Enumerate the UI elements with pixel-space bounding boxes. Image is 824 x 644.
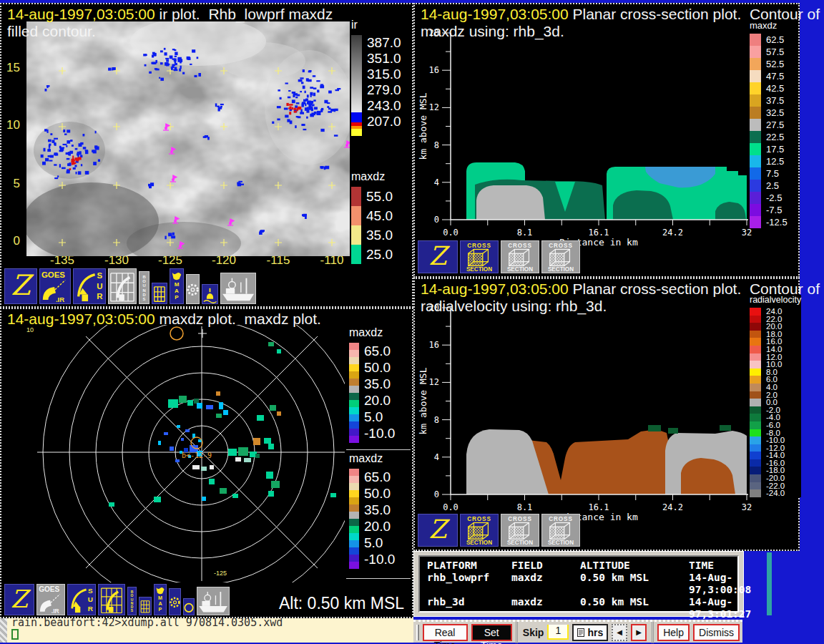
buoy-button[interactable] xyxy=(202,284,218,304)
goes-ir-button[interactable]: GOES.IR xyxy=(36,584,65,615)
svg-text:MAP: MAP xyxy=(158,595,162,613)
terminal-cursor xyxy=(11,629,19,640)
colorbar-values: 387.0351.0315.0279.0243.0207.0 xyxy=(367,35,401,136)
status-cell: rhb_lowprf xyxy=(427,572,511,596)
rings-button[interactable] xyxy=(169,588,181,615)
colorbar-values: 65.050.035.020.05.0-10.0 xyxy=(364,469,395,569)
terminal-scrollbar[interactable] xyxy=(0,618,7,643)
step-back-button[interactable]: ◀ xyxy=(612,624,627,641)
cross-section-plot[interactable]: 0481216200.08.116.124.232Distance in kmk… xyxy=(415,279,801,526)
real-time-button[interactable]: Real Time xyxy=(423,624,468,641)
cross-section-button-1[interactable]: CROSSSECTION xyxy=(460,514,499,547)
colorbar-swatches xyxy=(750,308,761,497)
svg-text:32: 32 xyxy=(742,228,752,238)
colorbar-maxdz: maxdz62.557.552.547.542.537.532.527.522.… xyxy=(748,20,788,228)
status-header: TIME xyxy=(689,560,751,572)
svg-text:SECTION: SECTION xyxy=(548,266,574,273)
status-window-inner: PLATFORMFIELDALTITUDETIMErhb_lowprfmaxdz… xyxy=(418,555,739,613)
title-text-2: radialvelocity using: rhb_3d. xyxy=(421,298,607,315)
svg-text:CROSS: CROSS xyxy=(508,516,532,522)
svg-text:.IR: .IR xyxy=(52,608,59,615)
svg-text:4: 4 xyxy=(434,177,439,187)
timestamp: 14-aug-1997,03:05:00 xyxy=(7,311,155,327)
svg-text:12: 12 xyxy=(429,377,439,387)
right-arrow-icon: ▶ xyxy=(636,628,642,636)
title-text-2: filled contour. xyxy=(7,23,96,40)
svg-text:SUR: SUR xyxy=(88,587,93,613)
svg-text:12: 12 xyxy=(429,102,439,112)
grid-button[interactable] xyxy=(139,597,152,615)
colorbar-maxdz: maxdz55.045.035.025.0 xyxy=(350,170,393,264)
set-time-button[interactable]: Set Time xyxy=(471,624,512,641)
svg-text:16: 16 xyxy=(429,65,439,75)
svg-text:8.1: 8.1 xyxy=(517,228,533,238)
bounds-button[interactable]: BOUNDS xyxy=(127,587,137,615)
terminal-command-line: rain.beaufort:42>xdump.all 970814.0305.x… xyxy=(11,618,413,629)
ship-button[interactable] xyxy=(197,587,230,615)
radar-grid-button[interactable] xyxy=(98,584,125,615)
colorbar-values: 24.022.020.018.016.014.012.010.08.06.04.… xyxy=(766,308,785,497)
svg-text:8: 8 xyxy=(434,140,439,150)
svg-text:0: 0 xyxy=(434,489,439,499)
zeb-logo-button[interactable]: Z xyxy=(418,514,458,547)
cross-section-button-2[interactable]: CROSSSECTION xyxy=(501,240,539,273)
divider xyxy=(346,449,411,450)
panel-title: 14-aug-1997,03:05:00 ir plot. Rhb_lowprf… xyxy=(7,6,333,23)
svg-text:SECTION: SECTION xyxy=(507,266,533,273)
svg-text:CROSS: CROSS xyxy=(549,516,573,522)
radar-sur-button[interactable]: SUR xyxy=(73,268,106,304)
colorbar-ir: ir387.0351.0315.0279.0243.0207.0 xyxy=(350,19,401,136)
map-button[interactable]: MAP xyxy=(154,584,167,615)
radar-grid-button[interactable] xyxy=(108,268,137,304)
plot-toolbar: ZGOES.IRSURBOUNDSMAP xyxy=(4,584,230,615)
zeb-display-screen: 14-aug-1997,03:05:00 ir plot. Rhb_lowprf… xyxy=(0,0,824,644)
window-edge-strip xyxy=(767,552,772,615)
ppi-plot[interactable]: b<-12-910-125 xyxy=(5,325,345,582)
status-window: PLATFORMFIELDALTITUDETIMErhb_lowprfmaxdz… xyxy=(413,551,744,617)
zeb-logo-button[interactable]: Z xyxy=(4,584,34,615)
hrs-button[interactable]: hrs xyxy=(572,624,608,641)
step-forward-button[interactable]: ▶ xyxy=(631,624,647,641)
cross-section-toolbar: ZCROSSSECTIONCROSSSECTIONCROSSSECTION xyxy=(418,514,580,547)
ship-button[interactable] xyxy=(220,273,256,304)
divider xyxy=(346,578,411,579)
map-button[interactable]: MAP xyxy=(170,268,184,304)
zeb-logo-button[interactable]: Z xyxy=(418,240,458,273)
cross-section-button-1[interactable]: CROSSSECTION xyxy=(460,240,499,273)
colorbar-title: maxdz xyxy=(351,170,393,183)
radar-ppi-panel: 14-aug-1997,03:05:00 maxdz plot. maxdz p… xyxy=(0,308,413,618)
svg-text:Z: Z xyxy=(11,585,31,613)
svg-text:CROSS: CROSS xyxy=(549,243,573,249)
circle-button[interactable] xyxy=(183,598,195,615)
colorbar-swatches xyxy=(349,469,359,569)
colorbar-values: 65.050.035.020.05.0-10.0 xyxy=(364,343,395,443)
dismiss-button[interactable]: Dismiss xyxy=(693,624,740,641)
status-cell: 14-Aug-97,3:00:08 xyxy=(689,572,751,596)
svg-text:32: 32 xyxy=(742,502,752,512)
colorbar-swatches xyxy=(351,35,362,136)
cross-section-plot[interactable]: 0481216200.08.116.124.232Distance in kmk… xyxy=(415,4,801,251)
status-header: FIELD xyxy=(511,560,580,572)
svg-text:0: 0 xyxy=(434,215,439,225)
cross-section-button-3[interactable]: CROSSSECTION xyxy=(541,240,580,273)
status-cell: 0.50 km MSL xyxy=(580,596,689,620)
colorbar-swatches xyxy=(351,187,361,264)
zeb-logo-button[interactable]: Z xyxy=(4,268,37,304)
grid-button[interactable] xyxy=(152,283,167,304)
skip-value-input[interactable]: 1 xyxy=(547,625,569,640)
terminal-window[interactable]: rain.beaufort:42>xdump.all 970814.0305.x… xyxy=(0,618,413,643)
goes-ir-button[interactable]: GOES.IR xyxy=(39,268,71,304)
rings-button[interactable] xyxy=(186,274,200,304)
svg-text:GOES: GOES xyxy=(39,585,59,593)
window-grip[interactable] xyxy=(416,625,419,640)
cross-section-button-3[interactable]: CROSSSECTION xyxy=(541,514,580,547)
cross-section-button-2[interactable]: CROSSSECTION xyxy=(501,514,539,547)
colorbar-title: ir xyxy=(351,19,401,31)
help-button[interactable]: Help xyxy=(657,624,690,641)
satellite-image[interactable] xyxy=(26,21,350,256)
status-cell: 14-Aug-97,3:01:27 xyxy=(689,596,751,620)
colorbar-maxdz-1: maxdz65.050.035.020.05.0-10.0 xyxy=(348,326,395,443)
radar-sur-button[interactable]: SUR xyxy=(67,584,96,615)
bounds-button[interactable]: BOUNDS xyxy=(139,271,149,304)
svg-text:4: 4 xyxy=(434,452,439,462)
